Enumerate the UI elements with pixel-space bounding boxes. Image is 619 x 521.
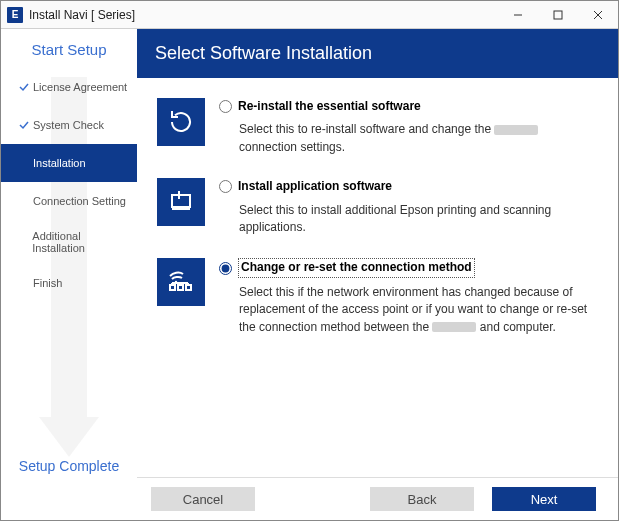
window-title: Install Navi [ Series] [29, 8, 135, 22]
sidebar-step-label: License Agreement [33, 81, 127, 93]
back-button[interactable]: Back [370, 487, 474, 511]
option-radio[interactable] [219, 180, 232, 193]
sidebar-footer: Setup Complete [1, 458, 137, 474]
option-radio-row[interactable]: Re-install the essential software [219, 98, 598, 115]
sidebar-step-connection-setting: Connection Setting [1, 182, 137, 220]
svg-rect-10 [186, 285, 191, 290]
sidebar-step-label: Installation [33, 157, 86, 169]
footer-bar: Cancel Back Next [1, 478, 618, 520]
window-controls [498, 1, 618, 28]
svg-rect-9 [178, 285, 183, 290]
svg-rect-11 [170, 285, 175, 290]
refresh-icon [157, 98, 205, 146]
option-title: Change or re-set the connection method [238, 258, 475, 277]
option-install-apps: Install application softwareSelect this … [157, 178, 598, 236]
main-panel: Select Software Installation Re-install … [137, 29, 618, 478]
add-monitor-icon [157, 178, 205, 226]
check-icon [19, 237, 28, 247]
check-icon [19, 120, 29, 130]
sidebar-step-system-check: System Check [1, 106, 137, 144]
svg-rect-1 [554, 11, 562, 19]
cancel-button[interactable]: Cancel [151, 487, 255, 511]
minimize-button[interactable] [498, 1, 538, 28]
page-title: Select Software Installation [137, 29, 618, 78]
redacted-text [432, 322, 476, 332]
option-radio-row[interactable]: Install application software [219, 178, 598, 195]
option-body: Install application softwareSelect this … [219, 178, 598, 236]
option-radio[interactable] [219, 262, 232, 275]
sidebar-step-finish: Finish [1, 264, 137, 302]
option-body: Change or re-set the connection methodSe… [219, 258, 598, 336]
sidebar-step-label: System Check [33, 119, 104, 131]
option-description: Select this if the network environment h… [219, 284, 598, 336]
sidebar-title: Start Setup [1, 35, 137, 68]
check-icon [19, 82, 29, 92]
sidebar: Start Setup License AgreementSystem Chec… [1, 29, 137, 478]
option-description: Select this to re-install software and c… [219, 121, 598, 156]
close-button[interactable] [578, 1, 618, 28]
maximize-button[interactable] [538, 1, 578, 28]
option-title: Install application software [238, 178, 392, 195]
next-button[interactable]: Next [492, 487, 596, 511]
option-reinstall: Re-install the essential softwareSelect … [157, 98, 598, 156]
option-change-conn: Change or re-set the connection methodSe… [157, 258, 598, 336]
titlebar: E Install Navi [ Series] [1, 1, 618, 29]
option-description: Select this to install additional Epson … [219, 202, 598, 237]
check-icon [19, 278, 29, 288]
sidebar-step-label: Connection Setting [33, 195, 126, 207]
network-icon [157, 258, 205, 306]
redacted-text [494, 125, 538, 135]
sidebar-step-additional-installation: Additional Installation [1, 220, 137, 264]
sidebar-step-label: Additional Installation [32, 230, 129, 254]
sidebar-step-label: Finish [33, 277, 62, 289]
check-icon [19, 158, 29, 168]
option-title: Re-install the essential software [238, 98, 421, 115]
svg-rect-4 [172, 195, 190, 207]
option-radio[interactable] [219, 100, 232, 113]
app-icon: E [7, 7, 23, 23]
option-body: Re-install the essential softwareSelect … [219, 98, 598, 156]
sidebar-step-installation: Installation [1, 144, 137, 182]
check-icon [19, 196, 29, 206]
option-radio-row[interactable]: Change or re-set the connection method [219, 258, 598, 277]
sidebar-step-license-agreement: License Agreement [1, 68, 137, 106]
